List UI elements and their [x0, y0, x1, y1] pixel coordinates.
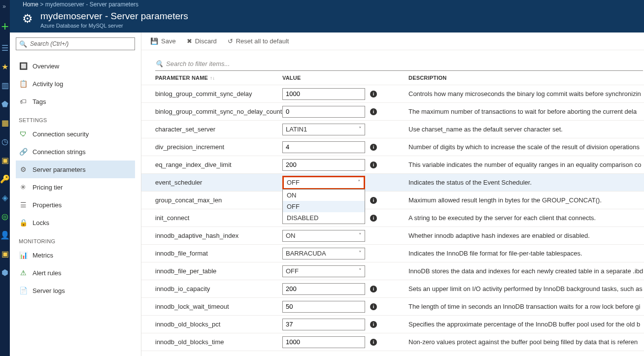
activity-log-icon: 📋 — [19, 80, 28, 88]
select-value: OFF — [286, 267, 299, 275]
param-description: Sets an upper limit on I/O activity perf… — [408, 285, 643, 292]
param-name: binlog_group_commit_sync_delay — [155, 90, 282, 97]
param-text-input[interactable] — [282, 336, 365, 348]
param-value-cell: ON˅ — [282, 230, 408, 242]
info-icon[interactable]: i — [370, 215, 377, 222]
info-icon[interactable]: i — [370, 108, 377, 115]
dropdown-option-on[interactable]: ON — [283, 190, 365, 201]
param-text-input[interactable] — [282, 319, 365, 330]
param-description: Controls how many microseconds the binar… — [408, 90, 643, 97]
info-icon[interactable]: i — [370, 197, 377, 204]
save-button[interactable]: 💾 Save — [150, 37, 176, 45]
sidebar-item-tags[interactable]: 🏷Tags — [16, 93, 135, 110]
select-value: BARRACUDA — [286, 250, 326, 257]
param-row-innodb_file_per_table: innodb_file_per_tableOFF˅InnoDB stores t… — [141, 262, 644, 280]
filter-input[interactable]: 🔍 Search to filter items... — [155, 57, 643, 71]
sql-icon[interactable]: ▣ — [0, 155, 10, 165]
info-icon[interactable]: i — [370, 162, 377, 168]
sidebar-item-properties[interactable]: ☰Properties — [16, 196, 135, 214]
breadcrumb: Home > mydemoserver - Server parameters — [10, 0, 644, 9]
circle-icon[interactable]: ◎ — [0, 211, 10, 221]
param-select[interactable]: BARRACUDA˅ — [282, 248, 365, 259]
dashboard-icon[interactable]: ▥ — [0, 80, 10, 90]
overview-icon: 🔲 — [19, 62, 28, 70]
param-value-cell: OFF˅ — [282, 265, 408, 277]
param-select[interactable]: OFF˅ — [282, 265, 365, 277]
list-icon[interactable]: ☰ — [0, 43, 10, 53]
title-bar: ⚙ mydemoserver - Server parameters Azure… — [10, 9, 644, 32]
param-text-input[interactable] — [282, 88, 365, 100]
param-select[interactable]: OFF˄ — [282, 176, 365, 190]
info-icon[interactable]: i — [370, 303, 377, 310]
page-subtitle: Azure Database for MySQL server — [40, 23, 188, 29]
discard-button[interactable]: ✖ Discard — [187, 37, 217, 45]
collapse-rail-icon[interactable]: » — [2, 2, 10, 10]
info-icon[interactable]: i — [370, 321, 377, 328]
dropdown-option-off[interactable]: OFF — [283, 201, 365, 212]
col-parameter-name[interactable]: PARAMETER NAME — [155, 75, 208, 81]
shield-icon[interactable]: ⬢ — [0, 267, 10, 277]
sidebar-item-connection-security[interactable]: 🛡Connection security — [16, 125, 135, 143]
sidebar-item-overview[interactable]: 🔲Overview — [16, 57, 135, 75]
monitoring-group-label: MONITORING — [19, 238, 135, 244]
alert-rules-icon: ⚠ — [19, 269, 28, 277]
sidebar-item-label: Activity log — [33, 80, 63, 88]
param-name: div_precision_increment — [155, 143, 282, 151]
param-row-innodb_file_format: innodb_file_formatBARRACUDA˅Indicates th… — [141, 245, 644, 262]
sidebar-item-metrics[interactable]: 📊Metrics — [16, 246, 135, 264]
breadcrumb-home[interactable]: Home — [23, 1, 38, 8]
param-description: Use charset_name as the default server c… — [408, 126, 643, 133]
clock-icon[interactable]: ◷ — [0, 136, 10, 146]
sidebar-item-label: Server parameters — [33, 166, 86, 173]
create-resource-icon[interactable]: + — [1, 19, 8, 34]
sidebar-item-label: Pricing tier — [33, 184, 63, 191]
param-text-input[interactable] — [282, 141, 365, 153]
param-value-cell: LATIN1˅ — [282, 124, 408, 135]
grid-header: PARAMETER NAME ↑↓ VALUE DESCRIPTION — [141, 71, 644, 85]
col-description[interactable]: DESCRIPTION — [408, 75, 643, 81]
dropdown-option-disabled[interactable]: DISABLED — [283, 212, 365, 224]
col-value[interactable]: VALUE — [282, 75, 408, 81]
key-icon[interactable]: 🔑 — [0, 174, 10, 184]
info-icon[interactable]: i — [370, 339, 377, 346]
param-text-input[interactable] — [282, 283, 365, 295]
search-icon: 🔍 — [19, 40, 27, 48]
chevron-down-icon: ˅ — [359, 126, 362, 132]
param-text-input[interactable] — [282, 301, 365, 313]
sort-icon[interactable]: ↑↓ — [210, 75, 215, 81]
sidebar-item-locks[interactable]: 🔒Locks — [16, 214, 135, 231]
param-text-input[interactable] — [282, 159, 365, 171]
param-value-cell: i — [282, 283, 408, 295]
gear-icon: ⚙ — [20, 11, 35, 27]
favorites-star-icon[interactable]: ★ — [0, 62, 10, 71]
diamond-icon[interactable]: ◈ — [0, 193, 10, 202]
reset-button[interactable]: ↺ Reset all to default — [228, 37, 289, 45]
param-text-input[interactable] — [282, 106, 365, 118]
grid-icon[interactable]: ▦ — [0, 118, 10, 128]
info-icon[interactable]: i — [370, 91, 377, 97]
param-row-innodb_io_capacity: innodb_io_capacityiSets an upper limit o… — [141, 280, 644, 298]
sidebar-item-alert-rules[interactable]: ⚠Alert rules — [16, 264, 135, 282]
sidebar-item-server-parameters[interactable]: ⚙Server parameters — [16, 161, 135, 178]
param-row-event_scheduler: event_schedulerOFF˄ONOFFDISABLEDIndicate… — [141, 174, 644, 192]
param-description: Number of digits by which to increase th… — [408, 143, 643, 151]
locks-icon: 🔒 — [19, 219, 28, 227]
db-icon[interactable]: ▣ — [0, 249, 10, 259]
sidebar-search[interactable]: 🔍 Search (Ctrl+/) — [16, 37, 135, 50]
sidebar-item-activity-log[interactable]: 📋Activity log — [16, 75, 135, 93]
sidebar-item-label: Alert rules — [33, 269, 62, 277]
chevron-down-icon: ˅ — [359, 232, 362, 239]
param-select[interactable]: ON˅ — [282, 230, 365, 242]
info-icon[interactable]: i — [370, 144, 377, 151]
sidebar-item-server-logs[interactable]: 📄Server logs — [16, 282, 135, 299]
sidebar-item-pricing-tier[interactable]: ✳Pricing tier — [16, 178, 135, 196]
person-icon[interactable]: 👤 — [0, 230, 10, 240]
discard-icon: ✖ — [187, 37, 192, 45]
sidebar-item-connection-strings[interactable]: 🔗Connection strings — [16, 143, 135, 161]
left-nav-rail: » + ☰ ★ ▥ ⬟ ▦ ◷ ▣ 🔑 ◈ ◎ 👤 ▣ ⬢ — [0, 0, 10, 356]
select-value: ON — [286, 232, 296, 239]
info-icon[interactable]: i — [370, 286, 377, 292]
param-select[interactable]: LATIN1˅ — [282, 124, 365, 135]
command-bar: 💾 Save ✖ Discard ↺ Reset all to default — [141, 32, 644, 50]
cube-icon[interactable]: ⬟ — [0, 99, 10, 109]
